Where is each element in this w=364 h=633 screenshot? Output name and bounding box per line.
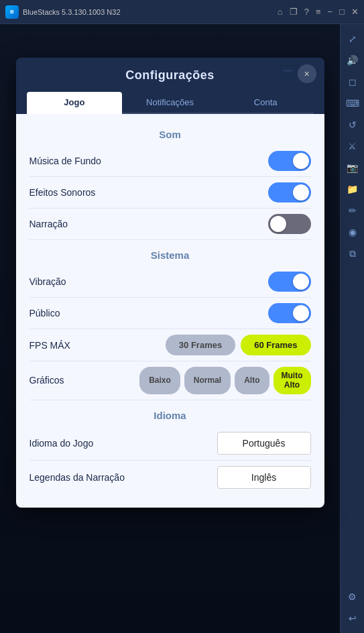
legendas-narracao-select[interactable]: Inglês <box>217 466 311 489</box>
home-icon[interactable]: ⌂ <box>278 7 283 17</box>
label-graficos: Gráficos <box>29 375 64 386</box>
setting-efeitos-sonoros: Efeitos Sonoros <box>29 177 311 209</box>
top-bar-icons: ⌂ ❐ ? ≡ − □ ✕ <box>278 7 359 17</box>
label-idioma-jogo: Idioma do Jogo <box>29 438 94 449</box>
close-icon[interactable]: ✕ <box>351 7 359 17</box>
section-header-sistema: Sistema <box>29 240 311 266</box>
maximize-icon[interactable]: □ <box>339 7 345 17</box>
graphics-button-group: Baixo Normal Alto MuitoAlto <box>139 367 310 394</box>
section-header-som: Som <box>29 119 311 146</box>
toggle-knob-musica-fundo <box>293 153 309 169</box>
tab-bar: Jogo Notificações Conta <box>27 92 314 114</box>
sidebar-icon-fullscreen[interactable]: ⤢ <box>343 30 362 48</box>
sidebar-icon-refresh[interactable]: ↺ <box>343 115 362 134</box>
setting-idioma-jogo: Idioma do Jogo Português <box>29 426 311 461</box>
label-fps-max: FPS MÁX <box>29 340 70 351</box>
toggle-publico[interactable] <box>268 303 311 323</box>
sidebar-icon-folder[interactable]: 📁 <box>343 180 362 198</box>
fps-30-button[interactable]: 30 Frames <box>166 335 235 355</box>
toggle-vibracao[interactable] <box>268 272 311 292</box>
toggle-knob-publico <box>293 305 309 321</box>
toggle-efeitos-sonoros[interactable] <box>268 182 311 203</box>
toggle-knob-narracao <box>270 216 286 232</box>
sidebar-icon-battle[interactable]: ⚔ <box>343 137 362 156</box>
app-title: BlueStacks 5.3.130.1003 N32 <box>23 8 121 16</box>
setting-fps-max: FPS MÁX 30 Frames 60 Frames <box>29 329 311 361</box>
label-musica-fundo: Música de Fundo <box>29 156 101 166</box>
modal-close-button[interactable]: × <box>298 64 316 83</box>
fps-button-group: 30 Frames 60 Frames <box>166 335 311 355</box>
label-narracao: Narração <box>29 219 68 229</box>
setting-narracao: Narração <box>29 209 311 240</box>
toggle-knob-efeitos-sonoros <box>293 184 309 200</box>
label-efeitos-sonoros: Efeitos Sonoros <box>29 187 96 198</box>
top-bar: B BlueStacks 5.3.130.1003 N32 ⌂ ❐ ? ≡ − … <box>0 0 364 24</box>
right-sidebar: ⤢ 🔊 ◻ ⌨ ↺ ⚔ 📷 📁 ✏ ◉ ⧉ ⚙ ↩ <box>340 24 364 633</box>
sidebar-icon-layers[interactable]: ⧉ <box>343 244 362 263</box>
graphics-alto-button[interactable]: Alto <box>235 367 269 394</box>
setting-vibracao: Vibração <box>29 266 311 298</box>
setting-graficos: Gráficos Baixo Normal Alto MuitoAlto <box>29 361 311 400</box>
toggle-musica-fundo[interactable] <box>268 151 311 171</box>
idioma-jogo-select[interactable]: Português <box>217 432 311 455</box>
tab-notificacoes[interactable]: Notificações <box>122 92 218 113</box>
windows-icon[interactable]: ❐ <box>290 7 298 17</box>
sidebar-icon-keyboard[interactable]: ⌨ <box>343 94 362 113</box>
sidebar-icon-draw[interactable]: ✏ <box>343 201 362 220</box>
settings-modal: Configurações ⟋ × Jogo Notificações Cont… <box>16 58 324 508</box>
toggle-narracao[interactable] <box>268 214 311 234</box>
modal-header: Configurações ⟋ × <box>16 58 324 82</box>
label-vibracao: Vibração <box>29 276 66 287</box>
toggle-knob-vibracao <box>293 274 309 290</box>
graphics-baixo-button[interactable]: Baixo <box>139 367 180 394</box>
sidebar-icon-back[interactable]: ↩ <box>343 609 362 628</box>
tab-conta[interactable]: Conta <box>218 92 314 113</box>
label-publico: Público <box>29 308 60 319</box>
setting-publico: Público <box>29 298 311 329</box>
modal-body: Som Música de Fundo Efeitos Sonoros Narr… <box>16 114 324 508</box>
help-icon[interactable]: ? <box>304 7 309 17</box>
sidebar-icon-location[interactable]: ◉ <box>343 223 362 241</box>
section-header-idioma: Idioma <box>29 400 311 426</box>
modal-overlay: Configurações ⟋ × Jogo Notificações Cont… <box>0 24 340 633</box>
bluestacks-logo: B <box>5 5 19 19</box>
corner-decoration: ⟋ <box>278 60 298 80</box>
setting-musica-fundo: Música de Fundo <box>29 146 311 177</box>
graphics-muitoalto-button[interactable]: MuitoAlto <box>274 367 311 394</box>
fps-60-button[interactable]: 60 Frames <box>241 335 310 355</box>
sidebar-icon-display[interactable]: ◻ <box>343 72 362 91</box>
sidebar-icon-camera[interactable]: 📷 <box>343 158 362 177</box>
minimize-icon[interactable]: − <box>328 7 333 17</box>
tab-jogo[interactable]: Jogo <box>27 92 123 114</box>
sidebar-icon-volume[interactable]: 🔊 <box>343 51 362 70</box>
graphics-normal-button[interactable]: Normal <box>184 367 231 394</box>
label-legendas-narracao: Legendas da Narração <box>29 472 125 483</box>
sidebar-icon-settings[interactable]: ⚙ <box>343 587 362 606</box>
menu-icon[interactable]: ≡ <box>316 7 321 17</box>
setting-legendas-narracao: Legendas da Narração Inglês <box>29 461 311 494</box>
modal-title: Configurações <box>125 68 215 82</box>
